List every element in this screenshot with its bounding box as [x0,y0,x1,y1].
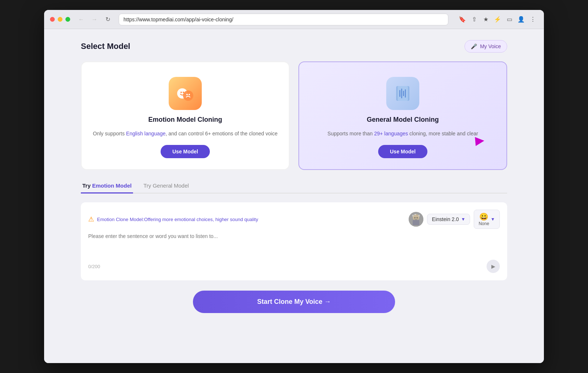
svg-point-5 [189,94,190,95]
voice-selector: Einstein 2.0 ▼ 😀 None ▼ [409,210,500,229]
maximize-button[interactable] [65,17,70,22]
svg-rect-14 [413,220,419,225]
profile-icon[interactable]: 👤 [516,14,526,25]
play-icon: ▶ [491,263,495,269]
nav-controls: ← → ↻ [76,14,113,25]
emotion-btn-content: 😀 None [478,212,489,226]
general-model-icon [386,77,419,110]
my-voice-button[interactable]: 🎤 My Voice [465,40,507,53]
my-voice-label: My Voice [480,43,501,49]
extensions-icon[interactable]: ⚡ [492,14,503,25]
emotion-name: None [478,221,489,226]
svg-point-15 [415,217,416,219]
try-tabs: Try Emotion Model Try General Model [81,179,507,193]
alert-text: Emotion Clone Model:Offering more emotio… [97,217,258,222]
page-content: Select Model 🎤 My Voice [44,29,544,363]
star-icon[interactable]: ★ [481,14,491,25]
alert-row: ⚠ Emotion Clone Model:Offering more emot… [88,215,258,223]
general-model-desc: Supports more than 29+ languages cloning… [327,129,478,138]
bookmark-manager-icon[interactable]: 🔖 [457,14,467,25]
alert-icon: ⚠ [88,215,94,223]
emotion-desc-after: , and can control 6+ emotions of the clo… [165,131,277,136]
my-voice-icon: 🎤 [471,43,477,49]
start-clone-button[interactable]: Start Clone My Voice → [193,291,395,313]
play-button[interactable]: ▶ [487,260,500,273]
share-icon[interactable]: ⇧ [469,14,479,25]
tab-general-model[interactable]: Try General Model [142,179,190,193]
model-cards: Emotion Model Cloning Only supports Engl… [81,61,507,170]
menu-icon[interactable]: ⋮ [528,14,538,25]
svg-point-3 [183,90,193,101]
general-desc-after: cloning, more stable and clear [408,131,478,136]
general-model-title: General Model Cloning [367,116,439,124]
emotion-selector-button[interactable]: 😀 None ▼ [474,210,500,229]
emotion-dropdown-icon: ▼ [491,217,495,222]
svg-point-4 [186,94,188,95]
avatar [409,212,423,227]
voice-name-button[interactable]: Einstein 2.0 ▼ [427,214,470,225]
emotion-model-title: Emotion Model Cloning [148,116,222,124]
browser-window: ← → ↻ https://www.topmediai.com/app/ai-v… [44,10,544,363]
tab-emotion-model[interactable]: Try Emotion Model [81,179,133,193]
svg-rect-7 [398,86,408,101]
general-use-model-button[interactable]: Use Model [378,145,427,158]
section-header: Select Model 🎤 My Voice [81,40,507,53]
general-desc-before: Supports more than [327,131,374,136]
reload-button[interactable]: ↻ [103,14,113,25]
general-model-card[interactable]: General Model Cloning Supports more than… [298,61,507,170]
emotion-language-link[interactable]: English language [126,131,165,136]
try-panel-footer: 0/200 ▶ [88,260,500,273]
voice-name-label: Einstein 2.0 [432,216,459,222]
svg-point-16 [417,217,418,219]
title-bar: ← → ↻ https://www.topmediai.com/app/ai-v… [44,10,544,29]
emotion-model-card[interactable]: Emotion Model Cloning Only supports Engl… [81,61,290,170]
try-panel: ⚠ Emotion Clone Model:Offering more emot… [81,202,507,280]
emotion-emoji: 😀 [479,212,488,221]
text-input[interactable] [88,233,500,255]
svg-point-1 [180,92,182,93]
char-count: 0/200 [88,264,100,269]
sidebar-icon[interactable]: ▭ [504,14,514,25]
close-button[interactable] [50,17,55,22]
emotion-model-desc: Only supports English language, and can … [93,129,277,138]
voice-dropdown-icon: ▼ [461,217,466,222]
url-text: https://www.topmediai.com/app/ai-voice-c… [123,17,233,22]
general-language-link[interactable]: 29+ languages [374,131,408,136]
emotion-use-model-button[interactable]: Use Model [161,145,210,158]
try-panel-header: ⚠ Emotion Clone Model:Offering more emot… [88,210,500,229]
address-bar[interactable]: https://www.topmediai.com/app/ai-voice-c… [119,14,448,25]
section-title: Select Model [81,42,130,51]
back-button[interactable]: ← [76,14,86,25]
traffic-lights [50,17,70,22]
emotion-model-icon [169,77,202,110]
minimize-button[interactable] [58,17,62,22]
browser-actions: 🔖 ⇧ ★ ⚡ ▭ 👤 ⋮ [457,14,538,25]
emotion-desc-before: Only supports [93,131,126,136]
forward-button[interactable]: → [89,14,100,25]
